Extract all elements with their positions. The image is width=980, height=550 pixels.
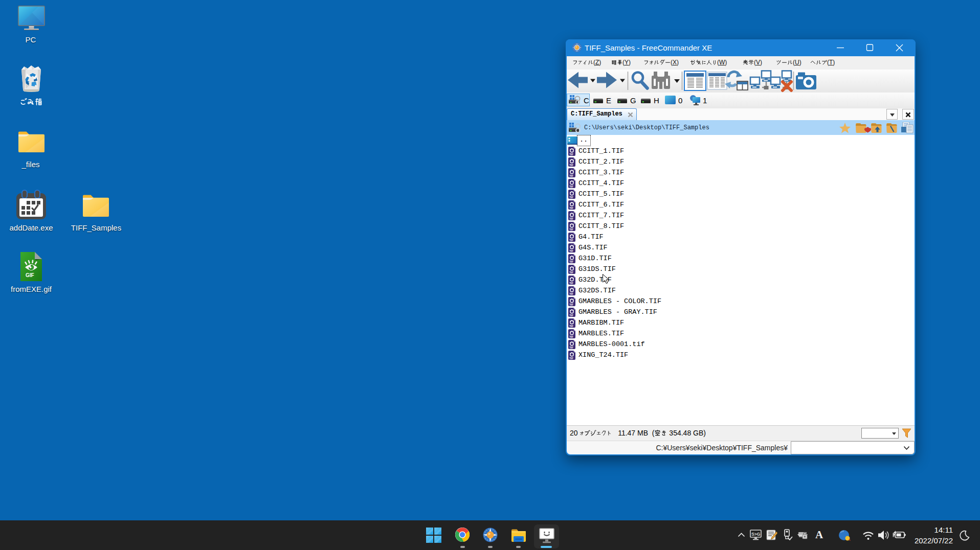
svg-text:E: E [606,96,611,105]
svg-text:C: C [584,96,589,105]
svg-text:S>G: S>G [751,532,761,537]
svg-text:1: 1 [703,96,707,105]
svg-text:GIF: GIF [26,272,34,278]
svg-text:H: H [654,96,659,105]
svg-text:0: 0 [678,96,682,105]
svg-text:G: G [630,96,636,105]
